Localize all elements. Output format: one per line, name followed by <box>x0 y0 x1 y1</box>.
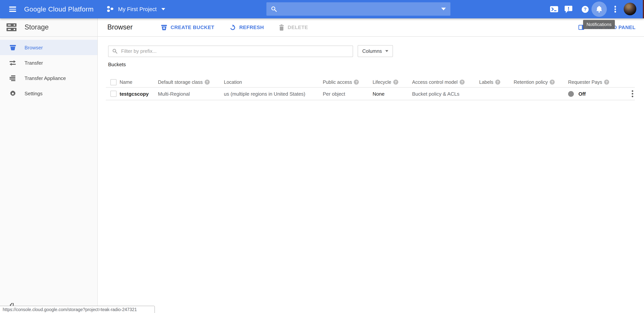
col-header-retention[interactable]: Retention policy <box>514 79 548 85</box>
search-icon <box>271 6 277 12</box>
hamburger-icon[interactable] <box>9 6 16 12</box>
svg-text:?: ? <box>584 6 586 12</box>
search-dropdown-caret-icon[interactable] <box>441 8 446 10</box>
filter-row: Columns <box>108 45 644 57</box>
global-search[interactable] <box>266 2 450 16</box>
col-header-labels[interactable]: Labels <box>479 79 493 85</box>
columns-label: Columns <box>362 48 382 54</box>
gear-icon <box>9 90 16 97</box>
sidebar: Storage Browser <box>0 18 98 313</box>
refresh-button[interactable]: REFRESH <box>230 24 264 30</box>
col-header-storage-class[interactable]: Default storage class <box>158 79 202 85</box>
buckets-section-label: Buckets <box>108 62 644 67</box>
delete-button[interactable]: DELETE <box>279 24 308 30</box>
delete-label: DELETE <box>288 24 308 30</box>
refresh-label: REFRESH <box>239 24 264 30</box>
help-icon[interactable]: ? <box>495 80 500 85</box>
filter-input[interactable] <box>121 48 349 54</box>
filter-search-icon <box>112 48 118 54</box>
sidebar-item-transfer[interactable]: Transfer <box>0 55 97 70</box>
dropdown-caret-icon <box>161 8 165 10</box>
sidebar-item-label: Settings <box>24 91 42 96</box>
feedback-button[interactable] <box>564 0 573 18</box>
avatar[interactable] <box>624 3 636 15</box>
edge-sliver <box>643 0 644 18</box>
create-bucket-icon <box>161 24 167 30</box>
requester-pays-value: Off <box>578 91 586 97</box>
feedback-icon <box>565 5 572 13</box>
buckets-table: Name Default storage class ? Location Pu… <box>106 77 635 100</box>
cloud-shell-icon <box>550 6 558 12</box>
help-button[interactable]: ? <box>580 0 590 18</box>
table-row: testgcscopy Multi-Regional us (multiple … <box>106 88 635 100</box>
gcp-console: Google Cloud Platform My First Project <box>0 0 644 313</box>
help-icon[interactable]: ? <box>460 80 464 85</box>
help-icon[interactable]: ? <box>354 80 359 85</box>
filter-field[interactable] <box>108 45 353 57</box>
access-control-value: Bucket policy & ACLs <box>412 91 460 97</box>
cloud-shell-button[interactable] <box>549 0 558 18</box>
project-name: My First Project <box>118 6 156 12</box>
col-header-requester-pays[interactable]: Requester Pays <box>568 79 602 85</box>
sidebar-item-label: Transfer Appliance <box>24 75 66 81</box>
refresh-icon <box>230 24 236 30</box>
notifications-bell-icon <box>596 6 602 13</box>
col-header-location[interactable]: Location <box>224 79 242 85</box>
sidebar-item-label: Browser <box>24 45 43 50</box>
notifications-tooltip: Notifications <box>583 20 615 29</box>
select-all-checkbox[interactable] <box>110 79 116 85</box>
row-checkbox[interactable] <box>110 91 116 97</box>
notifications-button[interactable] <box>592 1 607 17</box>
sidebar-nav: Browser Transfer <box>0 40 97 101</box>
status-bar-url: https://console.cloud.google.com/storage… <box>0 306 155 313</box>
page-title: Browser <box>107 23 133 31</box>
storage-class-value: Multi-Regional <box>158 91 190 97</box>
lifecycle-value: None <box>372 91 384 97</box>
sidebar-item-transfer-appliance[interactable]: Transfer Appliance <box>0 70 97 86</box>
columns-caret-icon <box>386 50 388 52</box>
appliance-list-icon <box>9 75 16 82</box>
col-header-public-access[interactable]: Public access <box>323 79 352 85</box>
search-input[interactable] <box>281 6 438 12</box>
page-header: Browser CREATE BUCKET REFRESH <box>98 18 644 37</box>
more-vertical-icon[interactable] <box>612 0 618 18</box>
storage-product-icon <box>6 23 16 31</box>
table-header-row: Name Default storage class ? Location Pu… <box>106 77 635 88</box>
requester-pays-off-indicator <box>568 91 574 97</box>
bucket-name-link[interactable]: testgcscopy <box>120 91 149 97</box>
help-icon[interactable]: ? <box>550 80 555 85</box>
project-hexagons-icon <box>106 6 114 13</box>
delete-icon <box>279 24 284 30</box>
sidebar-item-settings[interactable]: Settings <box>0 86 97 101</box>
product-title: Storage <box>24 23 49 31</box>
columns-button[interactable]: Columns <box>358 45 393 57</box>
sidebar-item-label: Transfer <box>24 60 43 66</box>
help-icon[interactable]: ? <box>204 80 210 85</box>
transfer-arrows-icon <box>9 59 16 66</box>
create-bucket-button[interactable]: CREATE BUCKET <box>161 24 214 30</box>
logo-text: Google Cloud Platform <box>24 0 94 18</box>
bucket-icon <box>9 44 16 51</box>
toolbar: CREATE BUCKET REFRESH DELETE <box>161 24 308 30</box>
row-menu-button[interactable] <box>632 90 633 98</box>
help-icon[interactable]: ? <box>393 80 398 85</box>
app-bar: Google Cloud Platform My First Project <box>0 0 644 18</box>
public-access-value: Per object <box>323 91 345 97</box>
col-header-name[interactable]: Name <box>120 79 132 85</box>
project-switcher[interactable]: My First Project <box>106 0 165 18</box>
sidebar-item-browser[interactable]: Browser <box>0 40 97 55</box>
location-value: us (multiple regions in United States) <box>224 91 305 97</box>
product-header: Storage <box>0 18 97 37</box>
main-content: Columns Buckets Name Default storage cla… <box>98 37 644 313</box>
col-header-access-control[interactable]: Access control model <box>412 79 458 85</box>
help-icon: ? <box>581 5 588 13</box>
help-icon[interactable]: ? <box>604 80 609 85</box>
col-header-lifecycle[interactable]: Lifecycle <box>372 79 391 85</box>
create-bucket-label: CREATE BUCKET <box>170 24 214 30</box>
